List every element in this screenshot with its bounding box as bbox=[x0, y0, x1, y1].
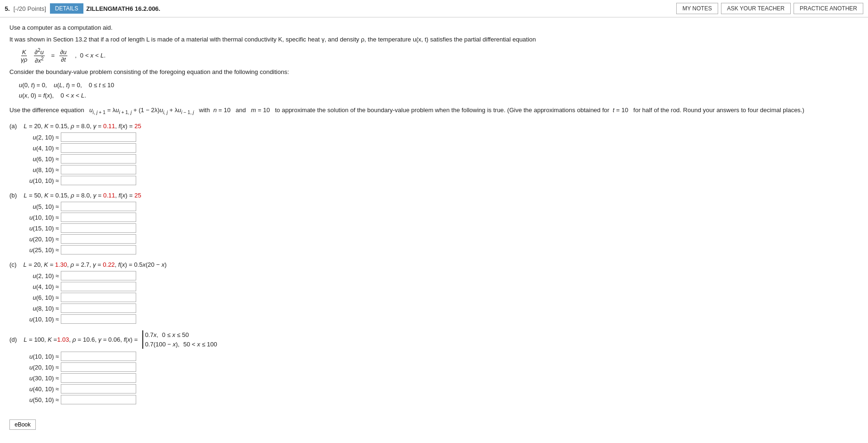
part-d-row-4: u(40, 10) ≈ bbox=[19, 384, 859, 394]
boundary-intro: Consider the boundary-value problem cons… bbox=[9, 68, 859, 75]
part-d-row-5: u(50, 10) ≈ bbox=[19, 395, 859, 404]
part-c-row-1: u(2, 10) ≈ bbox=[19, 271, 859, 280]
part-d-row-3: u(30, 10) ≈ bbox=[19, 373, 859, 383]
part-d-label-3: u(30, 10) ≈ bbox=[19, 375, 59, 382]
part-b-input-3[interactable] bbox=[61, 223, 136, 233]
part-d-label-2: u(20, 10) ≈ bbox=[19, 364, 59, 371]
part-c-label-3: u(6, 10) ≈ bbox=[19, 294, 59, 301]
part-d-row-2: u(20, 10) ≈ bbox=[19, 362, 859, 372]
part-d-section: (d) L = 100, K = 1.03, ρ = 10.6, γ = 0.0… bbox=[9, 330, 859, 404]
part-a-row-1: u(2, 10) ≈ bbox=[19, 132, 859, 142]
problem-id: ZILLENGMATH6 16.2.006. bbox=[86, 5, 676, 12]
main-content: Use a computer as a computation aid. It … bbox=[0, 17, 868, 439]
part-c-row-3: u(6, 10) ≈ bbox=[19, 293, 859, 302]
part-a-label-2: u(4, 10) ≈ bbox=[19, 145, 59, 152]
part-a-input-3[interactable] bbox=[61, 154, 136, 164]
part-a-row-3: u(6, 10) ≈ bbox=[19, 154, 859, 164]
piecewise-function: 0.7x, 0 ≤ x ≤ 50 0.7(100 − x), 50 < x ≤ … bbox=[142, 330, 217, 349]
diff-eq-intro: Use the difference equation ui, j + 1 = … bbox=[9, 106, 859, 116]
part-b-row-3: u(15, 10) ≈ bbox=[19, 223, 859, 233]
intro-text: It was shown in Section 13.2 that if a r… bbox=[9, 36, 859, 43]
condition-1: u(0, t) = 0, u(L, t) = 0, 0 ≤ t ≤ 10 bbox=[19, 80, 859, 90]
part-b-row-1: u(5, 10) ≈ bbox=[19, 202, 859, 211]
part-a-section: (a) L = 20, K = 0.15, ρ = 8.0, γ = 0.11,… bbox=[9, 123, 859, 185]
part-c-input-4[interactable] bbox=[61, 304, 136, 313]
part-a-row-2: u(4, 10) ≈ bbox=[19, 143, 859, 153]
pde-fraction: K γρ bbox=[20, 49, 28, 63]
part-b-row-5: u(25, 10) ≈ bbox=[19, 245, 859, 254]
part-c-row-4: u(8, 10) ≈ bbox=[19, 304, 859, 313]
part-a-label: (a) L = 20, K = 0.15, ρ = 8.0, γ = 0.11,… bbox=[9, 123, 859, 130]
pde-equation: K γρ ∂2u ∂x2 = ∂u ∂t , 0 < x < L. bbox=[19, 48, 859, 65]
part-c-row-5: u(10, 10) ≈ bbox=[19, 314, 859, 324]
practice-another-button[interactable]: PRACTICE ANOTHER bbox=[794, 3, 863, 14]
part-a-label-1: u(2, 10) ≈ bbox=[19, 134, 59, 141]
part-b-input-4[interactable] bbox=[61, 234, 136, 244]
part-a-input-5[interactable] bbox=[61, 176, 136, 185]
part-b-label-2: u(10, 10) ≈ bbox=[19, 214, 59, 221]
part-a-label-3: u(6, 10) ≈ bbox=[19, 156, 59, 163]
part-d-row-1: u(10, 10) ≈ bbox=[19, 352, 859, 361]
part-d-input-3[interactable] bbox=[61, 373, 136, 383]
part-b-row-4: u(20, 10) ≈ bbox=[19, 234, 859, 244]
ebook-button[interactable]: eBook bbox=[9, 419, 36, 430]
condition-2: u(x, 0) = f(x), 0 < x < L. bbox=[19, 90, 859, 101]
part-b-input-1[interactable] bbox=[61, 202, 136, 211]
part-c-input-2[interactable] bbox=[61, 282, 136, 291]
part-d-input-5[interactable] bbox=[61, 395, 136, 404]
part-c-label-5: u(10, 10) ≈ bbox=[19, 316, 59, 323]
conditions-block: u(0, t) = 0, u(L, t) = 0, 0 ≤ t ≤ 10 u(x… bbox=[19, 80, 859, 101]
part-c-label-4: u(8, 10) ≈ bbox=[19, 305, 59, 312]
part-b-label-5: u(25, 10) ≈ bbox=[19, 246, 59, 254]
part-c-label-2: u(4, 10) ≈ bbox=[19, 283, 59, 290]
problem-number: 5. [-/20 Points] bbox=[5, 5, 46, 12]
part-a-input-2[interactable] bbox=[61, 143, 136, 153]
part-b-label-3: u(15, 10) ≈ bbox=[19, 225, 59, 232]
my-notes-button[interactable]: MY NOTES bbox=[676, 3, 718, 14]
part-b-row-2: u(10, 10) ≈ bbox=[19, 213, 859, 222]
part-a-row-5: u(10, 10) ≈ bbox=[19, 176, 859, 185]
part-a-label-5: u(10, 10) ≈ bbox=[19, 177, 59, 184]
part-d-label-4: u(40, 10) ≈ bbox=[19, 386, 59, 393]
part-c-row-2: u(4, 10) ≈ bbox=[19, 282, 859, 291]
part-b-label-1: u(5, 10) ≈ bbox=[19, 203, 59, 210]
part-b-section: (b) L = 50, K = 0.15, ρ = 8.0, γ = 0.11,… bbox=[9, 192, 859, 254]
part-d-input-2[interactable] bbox=[61, 362, 136, 372]
use-computer-text: Use a computer as a computation aid. bbox=[9, 24, 859, 31]
ask-teacher-button[interactable]: ASK YOUR TEACHER bbox=[721, 3, 791, 14]
part-d-label-1: u(10, 10) ≈ bbox=[19, 353, 59, 360]
part-d-label: (d) L = 100, K = 1.03, ρ = 10.6, γ = 0.0… bbox=[9, 330, 859, 349]
header-bar: 5. [-/20 Points] DETAILS ZILLENGMATH6 16… bbox=[0, 0, 868, 17]
part-b-input-2[interactable] bbox=[61, 213, 136, 222]
part-a-label-4: u(8, 10) ≈ bbox=[19, 166, 59, 173]
part-c-label-1: u(2, 10) ≈ bbox=[19, 272, 59, 279]
part-c-section: (c) L = 20, K = 1.30, ρ = 2.7, γ = 0.22,… bbox=[9, 261, 859, 324]
part-a-input-1[interactable] bbox=[61, 132, 136, 142]
part-c-input-3[interactable] bbox=[61, 293, 136, 302]
part-c-input-5[interactable] bbox=[61, 314, 136, 324]
details-button[interactable]: DETAILS bbox=[50, 3, 83, 14]
part-c-input-1[interactable] bbox=[61, 271, 136, 280]
part-d-input-1[interactable] bbox=[61, 352, 136, 361]
part-a-input-4[interactable] bbox=[61, 165, 136, 174]
part-a-row-4: u(8, 10) ≈ bbox=[19, 165, 859, 174]
part-b-input-5[interactable] bbox=[61, 245, 136, 254]
part-b-label: (b) L = 50, K = 0.15, ρ = 8.0, γ = 0.11,… bbox=[9, 192, 859, 199]
part-d-label-5: u(50, 10) ≈ bbox=[19, 396, 59, 403]
header-buttons: MY NOTES ASK YOUR TEACHER PRACTICE ANOTH… bbox=[676, 3, 863, 14]
part-d-input-4[interactable] bbox=[61, 384, 136, 394]
part-b-label-4: u(20, 10) ≈ bbox=[19, 236, 59, 243]
part-c-label: (c) L = 20, K = 1.30, ρ = 2.7, γ = 0.22,… bbox=[9, 261, 859, 268]
